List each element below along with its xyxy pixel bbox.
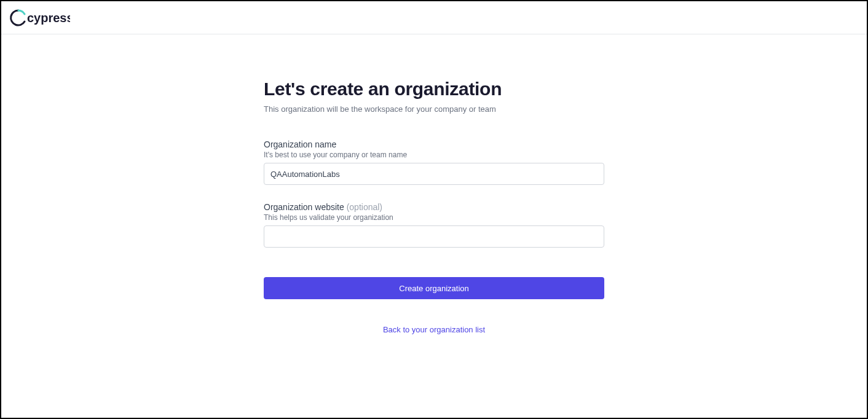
- main-content: Let's create an organization This organi…: [1, 34, 867, 335]
- org-website-group: Organization website (optional) This hel…: [264, 202, 604, 248]
- cypress-wordmark: cypress: [27, 11, 70, 25]
- page-subtitle: This organization will be the workspace …: [264, 104, 604, 114]
- org-website-label-text: Organization website: [264, 202, 347, 212]
- org-name-help: It's best to use your company or team na…: [264, 151, 604, 159]
- back-link-container: Back to your organization list: [264, 324, 604, 335]
- org-name-input[interactable]: [264, 163, 604, 185]
- org-website-help: This helps us validate your organization: [264, 213, 604, 222]
- page-title: Let's create an organization: [264, 79, 604, 100]
- create-organization-button[interactable]: Create organization: [264, 277, 604, 299]
- create-org-form: Let's create an organization This organi…: [264, 79, 604, 335]
- org-name-group: Organization name It's best to use your …: [264, 139, 604, 185]
- cypress-logo[interactable]: cypress: [9, 8, 70, 28]
- back-to-org-list-link[interactable]: Back to your organization list: [383, 325, 485, 334]
- org-website-optional-tag: (optional): [347, 202, 382, 212]
- org-website-label: Organization website (optional): [264, 202, 604, 212]
- org-name-label: Organization name: [264, 139, 604, 149]
- cypress-logo-icon: cypress: [9, 8, 70, 28]
- org-website-input[interactable]: [264, 225, 604, 248]
- header: cypress: [1, 1, 867, 34]
